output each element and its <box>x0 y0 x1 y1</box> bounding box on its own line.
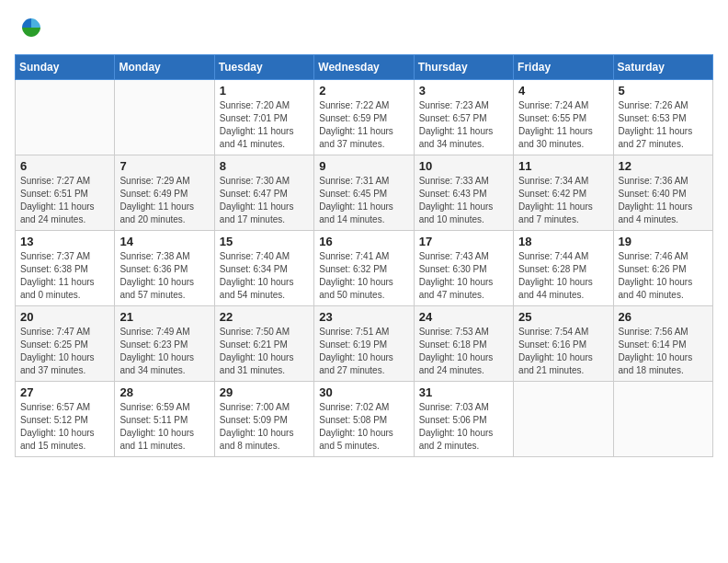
day-header: Sunday <box>16 55 115 80</box>
day-content: Sunrise: 7:44 AM Sunset: 6:28 PM Dayligh… <box>518 250 608 302</box>
day-number: 27 <box>20 385 109 399</box>
calendar-cell: 31Sunrise: 7:03 AM Sunset: 5:06 PM Dayli… <box>414 382 513 457</box>
day-number: 22 <box>220 310 309 324</box>
calendar-cell: 11Sunrise: 7:34 AM Sunset: 6:42 PM Dayli… <box>514 155 613 231</box>
calendar-cell: 12Sunrise: 7:36 AM Sunset: 6:40 PM Dayli… <box>613 155 712 231</box>
calendar-table: SundayMondayTuesdayWednesdayThursdayFrid… <box>15 54 713 457</box>
calendar-cell: 16Sunrise: 7:41 AM Sunset: 6:32 PM Dayli… <box>314 231 414 306</box>
day-content: Sunrise: 7:50 AM Sunset: 6:21 PM Dayligh… <box>220 326 309 377</box>
day-content: Sunrise: 7:27 AM Sunset: 6:51 PM Dayligh… <box>20 175 109 226</box>
day-number: 24 <box>419 310 508 324</box>
logo <box>15 15 44 45</box>
day-number: 20 <box>20 310 109 324</box>
calendar-cell: 14Sunrise: 7:38 AM Sunset: 6:36 PM Dayli… <box>115 231 214 306</box>
day-number: 15 <box>220 235 309 248</box>
day-content: Sunrise: 7:22 AM Sunset: 6:59 PM Dayligh… <box>319 99 408 151</box>
day-content: Sunrise: 6:59 AM Sunset: 5:11 PM Dayligh… <box>119 401 209 453</box>
calendar-cell: 7Sunrise: 7:29 AM Sunset: 6:49 PM Daylig… <box>115 155 214 231</box>
day-number: 8 <box>220 159 309 173</box>
calendar-cell: 29Sunrise: 7:00 AM Sunset: 5:09 PM Dayli… <box>214 382 313 457</box>
day-header: Monday <box>115 55 214 80</box>
day-number: 31 <box>419 385 508 399</box>
calendar-cell: 21Sunrise: 7:49 AM Sunset: 6:23 PM Dayli… <box>115 306 214 382</box>
day-number: 28 <box>119 385 209 399</box>
calendar-cell: 20Sunrise: 7:47 AM Sunset: 6:25 PM Dayli… <box>16 306 115 382</box>
calendar-cell: 4Sunrise: 7:24 AM Sunset: 6:55 PM Daylig… <box>514 80 613 155</box>
calendar-week-row: 27Sunrise: 6:57 AM Sunset: 5:12 PM Dayli… <box>16 382 713 457</box>
calendar-cell: 8Sunrise: 7:30 AM Sunset: 6:47 PM Daylig… <box>214 155 313 231</box>
day-number: 29 <box>220 385 309 399</box>
calendar-cell: 10Sunrise: 7:33 AM Sunset: 6:43 PM Dayli… <box>414 155 513 231</box>
day-number: 12 <box>619 159 708 173</box>
calendar-cell: 28Sunrise: 6:59 AM Sunset: 5:11 PM Dayli… <box>115 382 214 457</box>
calendar-cell: 18Sunrise: 7:44 AM Sunset: 6:28 PM Dayli… <box>514 231 613 306</box>
day-number: 16 <box>319 235 408 248</box>
day-number: 30 <box>319 385 408 399</box>
calendar-cell <box>115 80 214 155</box>
day-content: Sunrise: 7:36 AM Sunset: 6:40 PM Dayligh… <box>619 175 708 226</box>
calendar-cell: 9Sunrise: 7:31 AM Sunset: 6:45 PM Daylig… <box>314 155 414 231</box>
day-content: Sunrise: 7:34 AM Sunset: 6:42 PM Dayligh… <box>518 175 608 226</box>
day-number: 4 <box>518 84 608 98</box>
calendar-cell: 17Sunrise: 7:43 AM Sunset: 6:30 PM Dayli… <box>414 231 513 306</box>
day-number: 10 <box>419 159 508 173</box>
day-number: 7 <box>119 159 209 173</box>
calendar-cell: 22Sunrise: 7:50 AM Sunset: 6:21 PM Dayli… <box>214 306 313 382</box>
day-number: 17 <box>419 235 508 248</box>
day-content: Sunrise: 7:43 AM Sunset: 6:30 PM Dayligh… <box>419 250 508 302</box>
day-number: 23 <box>319 310 408 324</box>
day-content: Sunrise: 7:20 AM Sunset: 7:01 PM Dayligh… <box>220 99 309 151</box>
calendar-cell: 19Sunrise: 7:46 AM Sunset: 6:26 PM Dayli… <box>613 231 712 306</box>
calendar-cell: 15Sunrise: 7:40 AM Sunset: 6:34 PM Dayli… <box>214 231 313 306</box>
calendar-cell: 3Sunrise: 7:23 AM Sunset: 6:57 PM Daylig… <box>414 80 513 155</box>
calendar-cell: 5Sunrise: 7:26 AM Sunset: 6:53 PM Daylig… <box>613 80 712 155</box>
calendar-cell: 6Sunrise: 7:27 AM Sunset: 6:51 PM Daylig… <box>16 155 115 231</box>
day-content: Sunrise: 7:26 AM Sunset: 6:53 PM Dayligh… <box>619 99 708 151</box>
calendar-week-row: 6Sunrise: 7:27 AM Sunset: 6:51 PM Daylig… <box>16 155 713 231</box>
day-header: Thursday <box>414 55 513 80</box>
day-content: Sunrise: 7:54 AM Sunset: 6:16 PM Dayligh… <box>518 326 608 377</box>
day-content: Sunrise: 7:51 AM Sunset: 6:19 PM Dayligh… <box>319 326 408 377</box>
page-header <box>15 15 713 45</box>
day-number: 19 <box>619 235 708 248</box>
calendar-cell: 25Sunrise: 7:54 AM Sunset: 6:16 PM Dayli… <box>514 306 613 382</box>
calendar-cell <box>613 382 712 457</box>
calendar-cell: 24Sunrise: 7:53 AM Sunset: 6:18 PM Dayli… <box>414 306 513 382</box>
day-header: Tuesday <box>214 55 313 80</box>
day-number: 13 <box>20 235 109 248</box>
day-number: 11 <box>518 159 608 173</box>
day-content: Sunrise: 7:40 AM Sunset: 6:34 PM Dayligh… <box>220 250 309 302</box>
day-number: 26 <box>619 310 708 324</box>
day-header: Saturday <box>613 55 712 80</box>
day-content: Sunrise: 7:47 AM Sunset: 6:25 PM Dayligh… <box>20 326 109 377</box>
calendar-week-row: 13Sunrise: 7:37 AM Sunset: 6:38 PM Dayli… <box>16 231 713 306</box>
calendar-week-row: 20Sunrise: 7:47 AM Sunset: 6:25 PM Dayli… <box>16 306 713 382</box>
day-number: 21 <box>119 310 209 324</box>
calendar-cell: 30Sunrise: 7:02 AM Sunset: 5:08 PM Dayli… <box>314 382 414 457</box>
day-content: Sunrise: 7:00 AM Sunset: 5:09 PM Dayligh… <box>220 401 309 453</box>
header-row: SundayMondayTuesdayWednesdayThursdayFrid… <box>16 55 713 80</box>
day-content: Sunrise: 6:57 AM Sunset: 5:12 PM Dayligh… <box>20 401 109 453</box>
day-content: Sunrise: 7:03 AM Sunset: 5:06 PM Dayligh… <box>419 401 508 453</box>
calendar-cell: 2Sunrise: 7:22 AM Sunset: 6:59 PM Daylig… <box>314 80 414 155</box>
day-content: Sunrise: 7:41 AM Sunset: 6:32 PM Dayligh… <box>319 250 408 302</box>
day-header: Friday <box>514 55 613 80</box>
day-content: Sunrise: 7:29 AM Sunset: 6:49 PM Dayligh… <box>119 175 209 226</box>
day-content: Sunrise: 7:02 AM Sunset: 5:08 PM Dayligh… <box>319 401 408 453</box>
day-number: 6 <box>20 159 109 173</box>
day-content: Sunrise: 7:30 AM Sunset: 6:47 PM Dayligh… <box>220 175 309 226</box>
day-content: Sunrise: 7:37 AM Sunset: 6:38 PM Dayligh… <box>20 250 109 302</box>
day-content: Sunrise: 7:33 AM Sunset: 6:43 PM Dayligh… <box>419 175 508 226</box>
day-number: 25 <box>518 310 608 324</box>
day-content: Sunrise: 7:23 AM Sunset: 6:57 PM Dayligh… <box>419 99 508 151</box>
calendar-cell: 27Sunrise: 6:57 AM Sunset: 5:12 PM Dayli… <box>16 382 115 457</box>
day-content: Sunrise: 7:53 AM Sunset: 6:18 PM Dayligh… <box>419 326 508 377</box>
logo-icon <box>18 15 44 40</box>
calendar-cell: 1Sunrise: 7:20 AM Sunset: 7:01 PM Daylig… <box>214 80 313 155</box>
day-number: 9 <box>319 159 408 173</box>
day-content: Sunrise: 7:46 AM Sunset: 6:26 PM Dayligh… <box>619 250 708 302</box>
calendar-cell: 26Sunrise: 7:56 AM Sunset: 6:14 PM Dayli… <box>613 306 712 382</box>
day-number: 1 <box>220 84 309 98</box>
day-content: Sunrise: 7:31 AM Sunset: 6:45 PM Dayligh… <box>319 175 408 226</box>
day-content: Sunrise: 7:38 AM Sunset: 6:36 PM Dayligh… <box>119 250 209 302</box>
